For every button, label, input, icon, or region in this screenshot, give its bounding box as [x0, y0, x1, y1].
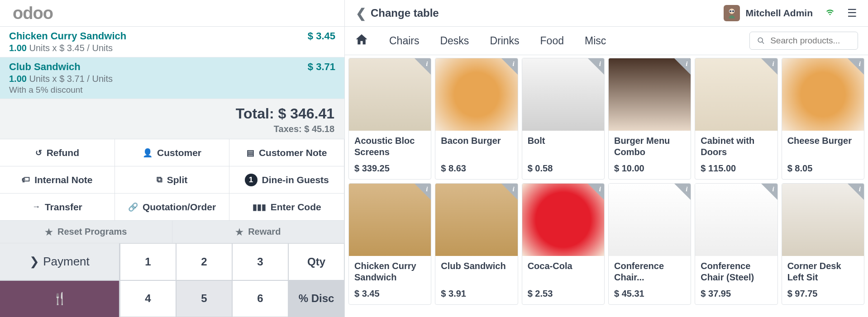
svg-point-5 [758, 38, 763, 43]
guests-button[interactable]: 1Dine-in Guests [229, 166, 344, 194]
order-line[interactable]: Club Sandwich$ 3.711.00 Units x $ 3.71 /… [0, 57, 344, 99]
product-card[interactable]: iBurger Menu Combo$ 10.00 [608, 58, 691, 180]
product-image: i [435, 184, 517, 256]
reward-button[interactable]: ★Reward [172, 221, 345, 243]
product-name: Corner Desk Left Sit [787, 260, 858, 283]
undo-icon: ↺ [35, 148, 42, 158]
product-name: Chicken Curry Sandwich [354, 260, 425, 283]
info-icon[interactable]: i [599, 60, 601, 68]
numpad-disc-mode[interactable]: % Disc [288, 280, 344, 317]
avatar [724, 5, 740, 21]
product-card[interactable]: iAcoustic Bloc Screens$ 339.25 [348, 58, 431, 180]
internal-note-button[interactable]: 🏷Internal Note [0, 166, 115, 194]
info-icon[interactable]: i [512, 60, 514, 68]
arrow-right-icon: → [32, 202, 40, 212]
product-image: i [522, 58, 604, 131]
person-icon: 👤 [143, 148, 153, 158]
info-icon[interactable]: i [686, 185, 687, 193]
note-icon: ▤ [247, 148, 254, 158]
info-icon[interactable]: i [426, 60, 428, 68]
info-icon[interactable]: i [426, 185, 428, 193]
numpad-4[interactable]: 4 [120, 280, 176, 317]
search-box[interactable] [749, 32, 858, 50]
product-card[interactable]: iClub Sandwich$ 3.91 [435, 183, 518, 305]
customer-note-button[interactable]: ▤Customer Note [229, 139, 344, 166]
reset-programs-button[interactable]: ★Reset Programs [0, 221, 172, 243]
tag-icon: 🏷 [22, 175, 30, 185]
product-card[interactable]: iConference Chair...$ 45.31 [608, 183, 691, 305]
info-icon[interactable]: i [686, 60, 687, 68]
product-card[interactable]: iCorner Desk Left Sit$ 97.75 [782, 183, 864, 305]
numpad-qty-mode[interactable]: Qty [288, 243, 344, 280]
category-tab[interactable]: Misc [585, 35, 606, 47]
info-icon[interactable]: i [772, 185, 774, 193]
reward-label: Reward [248, 227, 281, 237]
product-price: $ 45.31 [614, 289, 685, 299]
numpad-3[interactable]: 3 [232, 243, 288, 280]
category-tab[interactable]: Chairs [389, 35, 419, 47]
numpad-5[interactable]: 5 [176, 280, 232, 317]
numpad-1[interactable]: 1 [120, 243, 176, 280]
info-icon[interactable]: i [599, 185, 601, 193]
search-icon [757, 36, 765, 45]
product-card[interactable]: iCabinet with Doors$ 115.00 [695, 58, 777, 180]
product-image: i [782, 58, 864, 131]
product-image: i [695, 58, 777, 131]
taxes-amount: Taxes: $ 45.18 [10, 124, 334, 134]
category-tab[interactable]: Desks [440, 35, 469, 47]
line-qty: 1.00 [9, 43, 27, 53]
line-price: $ 3.71 [308, 61, 335, 73]
product-price: $ 3.45 [354, 289, 425, 299]
svg-rect-4 [732, 10, 734, 12]
split-button[interactable]: ⧉Split [115, 166, 230, 194]
link-icon: 🔗 [128, 202, 138, 212]
info-icon[interactable]: i [512, 185, 514, 193]
product-price: $ 115.00 [701, 163, 772, 174]
hamburger-menu-icon[interactable]: ☰ [847, 7, 857, 19]
customer-button[interactable]: 👤Customer [115, 139, 230, 166]
internal-note-label: Internal Note [34, 175, 92, 185]
change-table-label: Change table [371, 7, 439, 19]
customer-label: Customer [157, 147, 201, 158]
total-amount: Total: $ 346.41 [10, 105, 334, 122]
line-unit-price: Units x $ 3.71 / Units [29, 74, 113, 84]
info-icon[interactable]: i [772, 60, 774, 68]
split-icon: ⧉ [157, 175, 162, 185]
numpad-6[interactable]: 6 [232, 280, 288, 317]
home-icon[interactable] [355, 33, 368, 49]
line-discount: With a 5% discount [9, 85, 335, 95]
svg-line-6 [762, 42, 764, 43]
product-card[interactable]: iChicken Curry Sandwich$ 3.45 [348, 183, 431, 305]
product-name: Acoustic Bloc Screens [354, 135, 425, 158]
product-card[interactable]: iBacon Burger$ 8.63 [435, 58, 518, 180]
user-name: Mitchell Admin [745, 8, 813, 19]
product-card[interactable]: iConference Chair (Steel)$ 37.95 [695, 183, 777, 305]
kitchen-order-button[interactable]: 🍴 [0, 281, 120, 317]
product-card[interactable]: iBolt$ 0.58 [522, 58, 605, 180]
product-card[interactable]: iCoca-Cola$ 2.53 [522, 183, 605, 305]
product-price: $ 37.95 [701, 289, 772, 299]
product-price: $ 8.63 [441, 163, 512, 174]
enter-code-label: Enter Code [271, 202, 321, 213]
search-input[interactable] [770, 36, 850, 46]
refund-button[interactable]: ↺Refund [0, 139, 115, 166]
product-card[interactable]: iCheese Burger$ 8.05 [782, 58, 864, 180]
wifi-icon [825, 6, 835, 20]
user-menu[interactable]: Mitchell Admin [724, 5, 813, 21]
category-tab[interactable]: Food [540, 35, 564, 47]
enter-code-button[interactable]: ▮▮▮Enter Code [229, 194, 344, 221]
product-name: Club Sandwich [441, 260, 512, 283]
cutlery-icon: 🍴 [52, 292, 67, 306]
split-label: Split [167, 175, 188, 185]
info-icon[interactable]: i [859, 60, 861, 68]
change-table-button[interactable]: ❮ Change table [356, 6, 439, 21]
quotation-button[interactable]: 🔗Quotation/Order [115, 194, 230, 221]
transfer-button[interactable]: →Transfer [0, 194, 115, 221]
product-price: $ 10.00 [614, 163, 685, 174]
star-icon: ★ [45, 227, 53, 237]
numpad-2[interactable]: 2 [176, 243, 232, 280]
payment-button[interactable]: ❯Payment [0, 243, 120, 281]
order-line[interactable]: Chicken Curry Sandwich$ 3.451.00 Units x… [0, 27, 344, 57]
category-tab[interactable]: Drinks [490, 35, 519, 47]
info-icon[interactable]: i [859, 185, 861, 193]
